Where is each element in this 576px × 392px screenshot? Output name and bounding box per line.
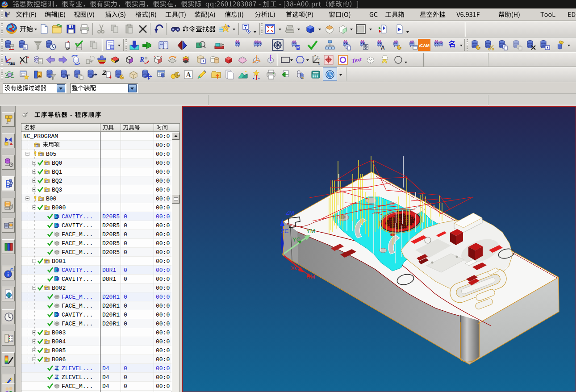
svg-text:XM: XM (306, 273, 315, 280)
svg-text:ABS: ABS (8, 62, 15, 65)
svg-text:A: A (186, 71, 191, 79)
svg-text:YM: YM (306, 228, 315, 234)
svg-text:ZC: ZC (281, 228, 288, 234)
svg-text:XC: XC (291, 265, 299, 271)
svg-text:Z: Z (314, 55, 316, 58)
svg-text:Text: Text (351, 56, 362, 64)
svg-text:ZM: ZM (286, 209, 294, 216)
svg-text:iCAM: iCAM (419, 43, 430, 48)
svg-text:YC: YC (292, 236, 301, 243)
svg-text:A: A (381, 45, 385, 50)
svg-text:R: R (139, 56, 144, 63)
svg-text:X: X (318, 63, 320, 65)
svg-text:Y: Y (318, 58, 320, 61)
